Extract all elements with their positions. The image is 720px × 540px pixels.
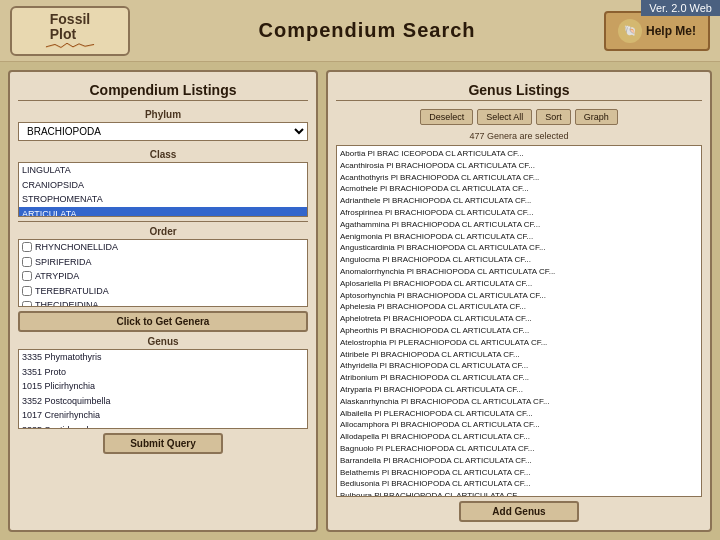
deselect-button[interactable]: Deselect (420, 109, 473, 125)
genus-entry: Atelostrophia Pl PLERACHIOPODA CL ARTICU… (340, 338, 698, 349)
genus-entry: Aenigmonia Pl BRACHIOPODA CL ARTICULATA … (340, 232, 698, 243)
genus-entry: Atryparia Pl BRACHIOPODA CL ARTICULATA C… (340, 385, 698, 396)
graph-button[interactable]: Graph (575, 109, 618, 125)
logo-wave-icon (30, 42, 110, 49)
genus-entry: Acanthothyris Pl BRACHIOPODA CL ARTICULA… (340, 173, 698, 184)
genus-entry: Abortia Pl BRAC ICEOPODA CL ARTICULATA C… (340, 149, 698, 160)
genus-entry: Angusticardinia Pl BRACHIOPODA CL ARTICU… (340, 243, 698, 254)
genus-entry: Allocamphora Pl BRACHIOPODA CL ARTICULAT… (340, 420, 698, 431)
genus-entry: Aplosariella Pl BRACHIOPODA CL ARTICULAT… (340, 279, 698, 290)
list-item[interactable]: 3335 Scutirhynchus (19, 423, 307, 429)
class-list-item[interactable]: STROPHOMENATA (19, 192, 307, 207)
order-list-item[interactable]: RHYNCHONELLIDA (19, 240, 307, 255)
class-list-item[interactable]: CRANIOPSIDA (19, 178, 307, 193)
order-list-item[interactable]: SPIRIFERIDA (19, 255, 307, 270)
order-checkbox[interactable] (22, 271, 32, 281)
order-checkbox[interactable] (22, 242, 32, 252)
top-bar: Fossil Plot Compendium Search 🐚 Help Me! (0, 0, 720, 62)
list-item[interactable]: 3351 Proto (19, 365, 307, 380)
list-item[interactable]: 1015 Plicirhynchia (19, 379, 307, 394)
genus-entry: Acmothele Pl BRACHIOPODA CL ARTICULATA C… (340, 184, 698, 195)
sort-button[interactable]: Sort (536, 109, 571, 125)
help-icon: 🐚 (618, 19, 642, 43)
genus-entry: Alaskanrhynchia Pl BRACHIOPODA CL ARTICU… (340, 397, 698, 408)
genus-entry: Angulocma Pl BRACHIOPODA CL ARTICULATA C… (340, 255, 698, 266)
order-checkbox[interactable] (22, 286, 32, 296)
logo: Fossil Plot (10, 6, 130, 56)
genus-entry: Aphelesia Pl BRACHIOPODA CL ARTICULATA C… (340, 302, 698, 313)
order-list-item[interactable]: TEREBRATULIDA (19, 284, 307, 299)
genus-controls: Deselect Select All Sort Graph (336, 109, 702, 125)
list-item[interactable]: 3335 Phymatothyris (19, 350, 307, 365)
genus-entry: Agathammina Pl BRACHIOPODA CL ARTICULATA… (340, 220, 698, 231)
genus-entry: Bagnuolo Pl PLERACHIOPODA CL ARTICULATA … (340, 444, 698, 455)
genus-entry: Atribonium Pl BRACHIOPODA CL ARTICULATA … (340, 373, 698, 384)
genus-entry: Bulboura Pl BRACHIOPODA CL ARTICULATA CF… (340, 491, 698, 497)
genus-entry: Aptosorhynchia Pl BRACHIOPODA CL ARTICUL… (340, 291, 698, 302)
genus-entry: Adrianthele Pl BRACHIOPODA CL ARTICULATA… (340, 196, 698, 207)
submit-query-button[interactable]: Submit Query (103, 433, 223, 454)
genus-entry: Aphelotreta Pl BRACHIOPODA CL ARTICULATA… (340, 314, 698, 325)
version-badge: Ver. 2.0 Web (641, 0, 720, 16)
right-panel: Genus Listings Deselect Select All Sort … (326, 70, 712, 532)
genus-label: Genus (18, 336, 308, 347)
genus-text-area[interactable]: Abortia Pl BRAC ICEOPODA CL ARTICULATA C… (336, 145, 702, 497)
genus-entry: Athyridella Pl BRACHIOPODA CL ARTICULATA… (340, 361, 698, 372)
add-genus-button[interactable]: Add Genus (459, 501, 579, 522)
divider-1 (18, 221, 308, 222)
order-list-item[interactable]: THECIDEIDINA (19, 298, 307, 307)
genus-entry: Anomalorrhynchia Pl BRACHIOPODA CL ARTIC… (340, 267, 698, 278)
phylum-label: Phylum (18, 109, 308, 120)
genus-entry: Belathemis Pl BRACHIOPODA CL ARTICULATA … (340, 468, 698, 479)
left-panel-title: Compendium Listings (18, 80, 308, 101)
genus-entry: Allodapella Pl BRACHIOPODA CL ARTICULATA… (340, 432, 698, 443)
left-panel: Compendium Listings Phylum BRACHIOPODA M… (8, 70, 318, 532)
genus-entry: Atiribele Pl BRACHIOPODA CL ARTICULATA C… (340, 350, 698, 361)
genus-count: 477 Genera are selected (336, 131, 702, 141)
genus-entry: Acanthirosia Pl BRACHIOPODA CL ARTICULAT… (340, 161, 698, 172)
order-listbox[interactable]: RHYNCHONELLIDASPIRIFERIDAATRYPIDATEREBRA… (18, 239, 308, 307)
main-content: Compendium Listings Phylum BRACHIOPODA M… (0, 62, 720, 540)
genus-entry: Albailella Pl PLERACHIOPODA CL ARTICULAT… (340, 409, 698, 420)
title-area: Compendium Search (130, 19, 604, 42)
order-label: Order (18, 226, 308, 237)
order-checkbox[interactable] (22, 257, 32, 267)
logo-text: Fossil Plot (50, 12, 90, 43)
order-list-item[interactable]: ATRYPIDA (19, 269, 307, 284)
class-label: Class (18, 149, 308, 160)
phylum-dropdown[interactable]: BRACHIOPODA MOLLUSCA ECHINODERMATA (18, 122, 308, 141)
list-item[interactable]: 3352 Postcoquimbella (19, 394, 307, 409)
class-listbox[interactable]: LINGULATACRANIOPSIDASTROPHOMENATAARTICUL… (18, 162, 308, 217)
genus-entry: Barrandella Pl BRACHIOPODA CL ARTICULATA… (340, 456, 698, 467)
class-list-item[interactable]: LINGULATA (19, 163, 307, 178)
genus-entry: Bediusonia Pl BRACHIOPODA CL ARTICULATA … (340, 479, 698, 490)
list-item[interactable]: 1017 Crenirhynchia (19, 408, 307, 423)
click-to-get-genera-button[interactable]: Click to Get Genera (18, 311, 308, 332)
right-panel-title: Genus Listings (336, 80, 702, 101)
page-title: Compendium Search (130, 19, 604, 42)
genus-listbox[interactable]: 3335 Phymatothyris3351 Proto1015 Plicirh… (18, 349, 308, 429)
class-list-item[interactable]: ARTICULATA (19, 207, 307, 217)
genus-entry: Apheorthis Pl BRACHIOPODA CL ARTICULATA … (340, 326, 698, 337)
help-button[interactable]: 🐚 Help Me! (604, 11, 710, 51)
genus-entry: Afrospirinea Pl BRACHIOPODA CL ARTICULAT… (340, 208, 698, 219)
select-all-button[interactable]: Select All (477, 109, 532, 125)
order-checkbox[interactable] (22, 301, 32, 307)
